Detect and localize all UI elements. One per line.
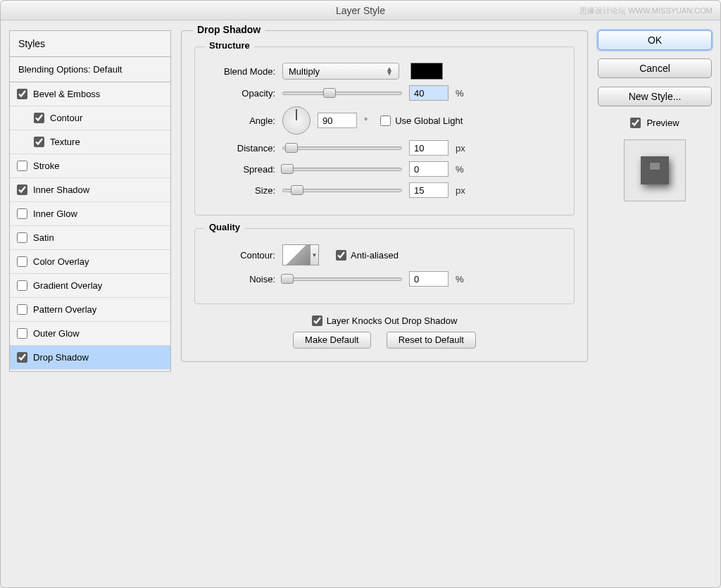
contour-dropdown-icon[interactable]: ▼ — [311, 244, 319, 265]
style-item-outer-glow[interactable]: Outer Glow — [10, 322, 170, 346]
distance-label: Distance: — [208, 143, 275, 154]
style-item-contour[interactable]: Contour — [10, 106, 170, 130]
size-label: Size: — [208, 185, 275, 196]
style-checkbox[interactable] — [17, 161, 27, 171]
knockout-label: Layer Knocks Out Drop Shadow — [327, 315, 458, 326]
style-checkbox[interactable] — [17, 304, 27, 315]
noise-unit: % — [456, 274, 464, 284]
style-item-gradient-overlay[interactable]: Gradient Overlay — [10, 274, 170, 298]
style-item-stroke[interactable]: Stroke — [10, 154, 170, 178]
make-default-button[interactable]: Make Default — [293, 332, 371, 349]
preview-thumbnail — [624, 139, 686, 201]
use-global-light-checkbox[interactable] — [380, 115, 391, 126]
style-label: Contour — [50, 113, 82, 123]
blend-mode-value: Multiply — [289, 66, 320, 77]
distance-input[interactable] — [409, 140, 449, 156]
effect-settings: Drop Shadow Structure Blend Mode: Multip… — [181, 30, 588, 372]
style-label: Outer Glow — [33, 328, 80, 339]
opacity-slider[interactable] — [282, 88, 402, 98]
contour-label: Contour: — [208, 250, 275, 261]
quality-title: Quality — [205, 222, 244, 232]
anti-aliased-label: Anti-aliased — [351, 250, 399, 261]
blend-mode-select[interactable]: Multiply ▲▼ — [282, 63, 399, 80]
contour-picker[interactable] — [282, 244, 311, 265]
use-global-light-label: Use Global Light — [395, 115, 463, 126]
style-item-satin[interactable]: Satin — [10, 226, 170, 250]
cancel-button[interactable]: Cancel — [598, 58, 712, 78]
style-checkbox[interactable] — [17, 184, 27, 195]
noise-label: Noise: — [208, 274, 275, 284]
anti-aliased-checkbox[interactable] — [336, 250, 346, 261]
style-item-drop-shadow[interactable]: Drop Shadow — [10, 346, 170, 370]
style-checkbox[interactable] — [34, 137, 44, 147]
style-checkbox[interactable] — [17, 89, 27, 99]
style-item-texture[interactable]: Texture — [10, 130, 170, 154]
blend-mode-label: Blend Mode: — [208, 66, 275, 77]
watermark: 思缘设计论坛 WWW.MISSYUAN.COM — [579, 6, 713, 16]
size-unit: px — [456, 185, 465, 196]
styles-panel: Styles Blending Options: Default Bevel &… — [9, 30, 171, 372]
spread-input[interactable] — [409, 161, 449, 177]
structure-group: Structure Blend Mode: Multiply ▲▼ Opacit… — [194, 46, 575, 215]
style-checkbox[interactable] — [17, 208, 27, 219]
spread-unit: % — [456, 164, 464, 175]
style-checkbox[interactable] — [17, 280, 27, 291]
angle-unit: ° — [364, 115, 368, 126]
angle-label: Angle: — [208, 115, 275, 126]
style-label: Bevel & Emboss — [33, 89, 100, 99]
shadow-color-swatch[interactable] — [410, 63, 443, 80]
style-label: Pattern Overlay — [33, 304, 96, 315]
style-checkbox[interactable] — [17, 232, 27, 243]
distance-unit: px — [456, 143, 465, 154]
reset-default-button[interactable]: Reset to Default — [387, 332, 476, 349]
style-item-color-overlay[interactable]: Color Overlay — [10, 250, 170, 274]
ok-button[interactable]: OK — [598, 30, 712, 50]
spread-slider[interactable] — [282, 164, 402, 174]
size-slider[interactable] — [282, 185, 402, 195]
style-label: Texture — [50, 137, 80, 147]
knockout-checkbox[interactable] — [312, 315, 322, 326]
group-title: Drop Shadow — [193, 24, 265, 35]
spread-label: Spread: — [208, 164, 275, 175]
style-label: Gradient Overlay — [33, 280, 102, 291]
preview-label: Preview — [646, 118, 679, 128]
layer-style-dialog: Layer Style 思缘设计论坛 WWW.MISSYUAN.COM Styl… — [0, 0, 721, 588]
style-label: Inner Glow — [33, 208, 77, 219]
style-label: Inner Shadow — [33, 184, 89, 195]
blending-options[interactable]: Blending Options: Default — [10, 57, 170, 82]
quality-group: Quality Contour: ▼ Anti-aliased — [194, 228, 575, 304]
style-item-pattern-overlay[interactable]: Pattern Overlay — [10, 298, 170, 322]
preview-checkbox[interactable] — [630, 118, 641, 128]
style-checkbox[interactable] — [17, 256, 27, 267]
opacity-label: Opacity: — [208, 88, 275, 99]
drop-shadow-group: Drop Shadow Structure Blend Mode: Multip… — [181, 30, 588, 362]
angle-input[interactable] — [318, 113, 357, 128]
noise-input[interactable] — [409, 271, 449, 287]
style-item-bevel-emboss[interactable]: Bevel & Emboss — [10, 82, 170, 106]
style-label: Satin — [33, 232, 54, 243]
updown-icon: ▲▼ — [386, 67, 393, 75]
style-checkbox[interactable] — [34, 113, 44, 123]
distance-slider[interactable] — [282, 143, 402, 153]
dialog-buttons: OK Cancel New Style... Preview — [598, 30, 712, 372]
opacity-unit: % — [456, 88, 464, 99]
style-checkbox[interactable] — [17, 328, 27, 339]
structure-title: Structure — [205, 40, 254, 51]
style-checkbox[interactable] — [17, 352, 27, 363]
style-item-inner-glow[interactable]: Inner Glow — [10, 202, 170, 226]
angle-knob[interactable] — [282, 106, 311, 135]
style-label: Drop Shadow — [33, 352, 89, 363]
size-input[interactable] — [409, 182, 449, 198]
style-item-inner-shadow[interactable]: Inner Shadow — [10, 178, 170, 202]
opacity-input[interactable] — [409, 85, 449, 101]
noise-slider[interactable] — [282, 274, 402, 284]
new-style-button[interactable]: New Style... — [598, 87, 712, 106]
style-label: Stroke — [33, 161, 60, 171]
style-label: Color Overlay — [33, 256, 89, 267]
styles-header[interactable]: Styles — [10, 31, 170, 57]
